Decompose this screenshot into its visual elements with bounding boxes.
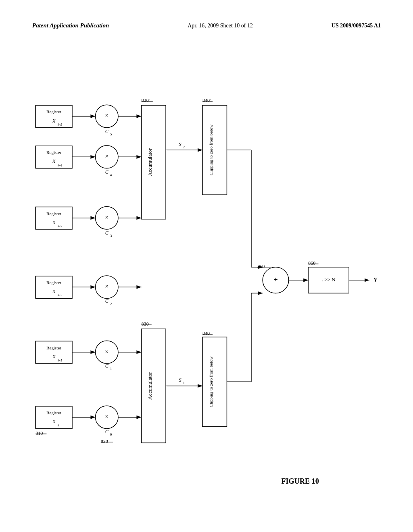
- mult-c2-symbol: ×: [105, 283, 108, 290]
- mult-c0-label: C: [105, 429, 109, 434]
- register-xk5-var: X: [52, 118, 56, 124]
- label-830p: 830': [142, 98, 150, 103]
- clip-840-label: Clipping to zero from below: [209, 356, 213, 407]
- mult-c3-sub: 3: [110, 234, 112, 238]
- mult-c2-sub: 2: [110, 302, 112, 306]
- figure-label: FIGURE 10: [281, 477, 319, 485]
- register-xk2-var: X: [52, 289, 56, 294]
- mult-c3-symbol: ×: [105, 214, 108, 221]
- label-830: 830: [142, 321, 149, 327]
- page: Patent Application Publication Apr. 16, …: [0, 0, 413, 532]
- mult-c5-label: C: [105, 129, 109, 134]
- page-header: Patent Application Publication Apr. 16, …: [0, 22, 413, 29]
- register-xk3: [35, 207, 72, 229]
- register-xk3-label: Register: [46, 211, 61, 216]
- signal-s2: S: [179, 141, 181, 147]
- publication-number: US 2009/0097545 A1: [332, 23, 381, 29]
- mult-c3-label: C: [105, 230, 109, 236]
- register-xk1-label: Register: [46, 345, 61, 350]
- register-xk4-sub: k-4: [58, 163, 63, 167]
- diagram-area: Register X k 810 Register X k-1 Register…: [20, 52, 393, 500]
- register-xk4-label: Register: [46, 150, 61, 155]
- label-810: 810: [35, 430, 43, 436]
- label-820: 820: [101, 438, 108, 444]
- label-860: 860: [308, 260, 315, 266]
- shift-860-label: . >> N: [322, 276, 336, 283]
- register-xk3-sub: k-3: [58, 224, 63, 228]
- label-840: 840: [202, 330, 210, 336]
- mult-c2-label: C: [105, 298, 109, 304]
- register-xk5-sub: k-5: [58, 123, 63, 127]
- signal-s1: S: [179, 377, 181, 383]
- register-xk2: [35, 276, 72, 299]
- mult-c5-symbol: ×: [105, 112, 108, 119]
- adder-850-symbol: +: [273, 276, 277, 284]
- mult-c5-sub: 5: [110, 132, 112, 136]
- mult-c4-sub: 4: [110, 173, 112, 177]
- publication-title: Patent Application Publication: [32, 22, 109, 29]
- register-xk4-var: X: [52, 158, 56, 164]
- register-xk-label: Register: [46, 410, 61, 415]
- register-xk4: [35, 146, 72, 168]
- mult-c0-sub: 0: [110, 432, 112, 436]
- output-y: Y: [373, 276, 378, 283]
- register-xk: [35, 406, 72, 429]
- clip-840p: [202, 105, 227, 195]
- clip-840p-label: Clipping to zero from below: [209, 125, 213, 175]
- register-xk1-sub: k-1: [58, 358, 63, 362]
- register-xk5-label: Register: [46, 109, 61, 114]
- mult-c1-label: C: [105, 363, 109, 369]
- register-xk1-var: X: [52, 354, 56, 360]
- register-xk2-label: Register: [46, 280, 61, 285]
- register-xk-var: X: [52, 419, 56, 424]
- signal-s1-sub: 1: [183, 381, 185, 385]
- accumulator-830-label: Accumulator: [147, 372, 153, 400]
- register-xk5: [35, 105, 72, 128]
- circuit-diagram: Register X k 810 Register X k-1 Register…: [20, 52, 393, 500]
- label-850: 850: [257, 264, 265, 269]
- register-xk1: [35, 341, 72, 364]
- mult-c0-symbol: ×: [105, 413, 108, 420]
- signal-s2-sub: 2: [183, 145, 185, 149]
- accumulator-830p: [142, 105, 166, 219]
- accumulator-830p-label: Accumulator: [147, 148, 153, 176]
- publication-date-sheet: Apr. 16, 2009 Sheet 10 of 12: [188, 23, 253, 29]
- clip-840: [202, 337, 227, 426]
- register-xk2-sub: k-2: [58, 293, 63, 297]
- accumulator-830: [142, 329, 166, 443]
- mult-c1-symbol: ×: [105, 348, 108, 355]
- mult-c1-sub: 1: [110, 367, 112, 371]
- mult-c4-symbol: ×: [105, 153, 108, 160]
- label-840p: 840': [202, 98, 211, 103]
- register-xk3-var: X: [52, 220, 56, 225]
- mult-c4-label: C: [105, 169, 109, 175]
